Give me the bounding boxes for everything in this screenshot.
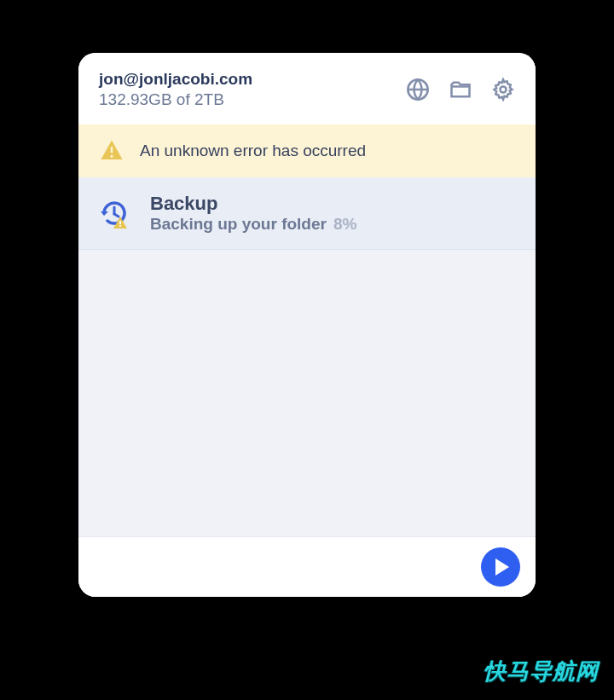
user-email: jon@jonljacobi.com <box>99 70 252 89</box>
svg-rect-3 <box>111 147 113 153</box>
backup-status: Backing up your folder <box>150 215 327 234</box>
play-icon <box>495 558 509 576</box>
svg-line-6 <box>114 214 119 217</box>
watermark: 快马导航网 <box>484 657 599 686</box>
warning-icon <box>99 138 125 164</box>
user-info: jon@jonljacobi.com 132.93GB of 2TB <box>99 70 252 109</box>
svg-point-4 <box>110 155 113 158</box>
warning-text: An unknown error has occurred <box>140 142 366 160</box>
backup-percent: 8% <box>333 215 356 234</box>
backup-status-line: Backing up your folder 8% <box>150 215 356 234</box>
backup-history-icon <box>99 198 130 229</box>
globe-icon[interactable] <box>406 78 430 101</box>
user-storage: 132.93GB of 2TB <box>99 90 252 109</box>
svg-rect-7 <box>119 221 121 224</box>
content-area <box>78 250 536 536</box>
backup-row[interactable]: Backup Backing up your folder 8% <box>78 177 536 250</box>
backup-text: Backup Backing up your folder 8% <box>150 193 356 234</box>
warning-banner: An unknown error has occurred <box>78 124 536 177</box>
footer <box>78 536 536 597</box>
app-window: jon@jonljacobi.com 132.93GB of 2TB <box>78 53 536 597</box>
play-button[interactable] <box>481 547 520 587</box>
header: jon@jonljacobi.com 132.93GB of 2TB <box>78 53 536 124</box>
gear-icon[interactable] <box>491 78 515 101</box>
header-icons <box>406 78 515 101</box>
backup-title: Backup <box>150 193 356 215</box>
svg-point-8 <box>119 225 121 227</box>
folder-icon[interactable] <box>449 78 472 101</box>
svg-point-2 <box>501 87 507 93</box>
